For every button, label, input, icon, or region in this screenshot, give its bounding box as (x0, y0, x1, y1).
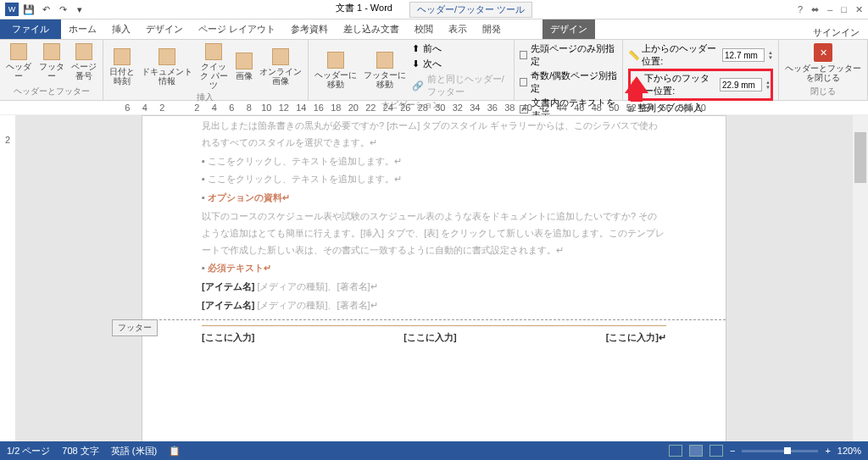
body-text[interactable]: [アイテム名] [メディアの種類]、[著者名]↵ (202, 297, 666, 314)
title-bar: W 💾 ↶ ↷ ▾ 文書 1 - Word ヘッダー/フッター ツール ? ⬌ … (0, 0, 868, 19)
body-bullet[interactable]: ここをクリックし、テキストを追加します。↵ (202, 153, 666, 170)
previous-button[interactable]: ⬆前へ (410, 42, 510, 56)
word-icon: W (5, 3, 19, 16)
date-time-button[interactable]: 日付と 時刻 (107, 42, 137, 91)
diff-odd-even-checkbox[interactable]: 奇数/偶数ページ別指定 (518, 69, 619, 96)
view-web-icon[interactable] (709, 445, 723, 457)
sign-in-link[interactable]: サインイン (813, 26, 860, 39)
document-title: 文書 1 - Word (336, 2, 392, 18)
group-navigation: ヘッダーに 移動 フッターに 移動 ⬆前へ ⬇次へ 🔗前と同じヘッダー/フッター… (309, 40, 515, 100)
minimize-icon[interactable]: – (827, 4, 832, 15)
footer-rule (202, 325, 666, 326)
qat-dropdown-icon[interactable]: ▾ (73, 3, 86, 16)
close-hf-button[interactable]: ✕ ヘッダーとフッター を閉じる (782, 42, 864, 84)
page-count[interactable]: 1/2 ページ (7, 445, 50, 457)
body-text[interactable]: 以下のコースのスケジュール表や試験のスケジュール表のような表をドキュメントに追加… (202, 208, 666, 258)
language[interactable]: 英語 (米国) (111, 445, 157, 457)
ribbon-tabs: ファイル ホーム 挿入 デザイン ページ レイアウト 参考資料 差し込み文書 校… (0, 19, 868, 40)
word-count[interactable]: 708 文字 (62, 445, 98, 457)
page-number-button[interactable]: ページ 番号 (69, 42, 99, 82)
tab-review[interactable]: 校閲 (407, 19, 441, 39)
group-label: ヘッダーとフッター (3, 86, 99, 98)
footer-right[interactable]: [ここに入力]↵ (606, 331, 666, 344)
maximize-icon[interactable]: □ (841, 4, 847, 15)
macro-icon[interactable]: 📋 (169, 446, 181, 457)
status-bar: 1/2 ページ 708 文字 英語 (米国) 📋 − + 120% (0, 441, 868, 460)
ribbon: ヘッダー フッター ページ 番号 ヘッダーとフッター 日付と 時刻 ドキュメント… (0, 40, 868, 101)
zoom-in-icon[interactable]: + (825, 446, 830, 456)
section-heading[interactable]: オプションの資料↵ (202, 190, 666, 207)
tab-developer[interactable]: 開発 (475, 19, 509, 39)
spinner-icon[interactable]: ▲▼ (768, 50, 773, 60)
tab-view[interactable]: 表示 (441, 19, 475, 39)
body-text[interactable]: 見出しまたは箇条書きの黒丸が必要ですか? [ホーム] タブのスタイル ギャラリー… (202, 118, 666, 152)
redo-icon[interactable]: ↷ (56, 3, 70, 16)
footer-row[interactable]: [ここに入力] [ここに入力] [ここに入力]↵ (202, 331, 666, 344)
header-from-top: 📏上からのヘッダー位置: ▲▼ (628, 42, 773, 69)
tab-design[interactable]: デザイン (138, 19, 191, 39)
page[interactable]: 見出しまたは箇条書きの黒丸が必要ですか? [ホーム] タブのスタイル ギャラリー… (142, 115, 726, 441)
footer-center[interactable]: [ここに入力] (403, 331, 456, 344)
section-heading[interactable]: 必須テキスト↵ (202, 260, 666, 277)
zoom-slider[interactable] (742, 450, 818, 452)
group-insert: 日付と 時刻 ドキュメント 情報 クイック パーツ 画像 オンライン 画像 挿入 (103, 40, 308, 100)
group-header-footer: ヘッダー フッター ページ 番号 ヘッダーとフッター (0, 40, 103, 100)
online-pictures-button[interactable]: オンライン 画像 (257, 42, 304, 91)
goto-footer-button[interactable]: フッターに 移動 (361, 42, 409, 99)
tab-references[interactable]: 参考資料 (283, 19, 336, 39)
tab-insert[interactable]: 挿入 (104, 19, 138, 39)
annotation-arrow (625, 76, 648, 93)
footer-bottom-input[interactable] (720, 78, 762, 91)
quick-parts-button[interactable]: クイック パーツ (197, 42, 231, 91)
tab-home[interactable]: ホーム (61, 19, 104, 39)
view-print-icon[interactable] (689, 445, 703, 457)
doc-info-button[interactable]: ドキュメント 情報 (139, 42, 195, 91)
tab-file[interactable]: ファイル (0, 19, 61, 39)
zoom-out-icon[interactable]: − (730, 446, 735, 456)
vertical-scrollbar[interactable] (853, 115, 868, 441)
link-previous-button[interactable]: 🔗前と同じヘッダー/フッター (410, 72, 510, 99)
undo-icon[interactable]: ↶ (39, 3, 53, 16)
next-button[interactable]: ⬇次へ (410, 57, 510, 71)
help-icon[interactable]: ? (798, 4, 803, 15)
tab-hf-design[interactable]: デザイン (542, 19, 595, 39)
footer-separator (142, 319, 726, 320)
header-button[interactable]: ヘッダー (3, 42, 35, 82)
footer-from-bottom: 📏下からのフッター位置: ▲▼ (628, 69, 773, 101)
body-text[interactable]: [アイテム名] [メディアの種類]、[著者名]↵ (202, 279, 666, 296)
footer-button[interactable]: フッター (36, 42, 68, 82)
group-options: 先頭ページのみ別指定 奇数/偶数ページ別指定 文書内のテキストを表示 オプション (515, 40, 623, 100)
ribbon-options-icon[interactable]: ⬌ (811, 4, 819, 15)
document-area: 見出しまたは箇条書きの黒丸が必要ですか? [ホーム] タブのスタイル ギャラリー… (15, 115, 853, 441)
context-tab-title: ヘッダー/フッター ツール (409, 2, 532, 18)
view-read-icon[interactable] (669, 445, 682, 457)
group-label: 閉じる (782, 86, 864, 98)
spinner-icon[interactable]: ▲▼ (765, 80, 771, 90)
close-x-icon: ✕ (814, 43, 832, 62)
header-top-input[interactable] (722, 48, 765, 62)
pictures-button[interactable]: 画像 (233, 42, 255, 91)
vertical-ruler[interactable]: 2 (0, 115, 15, 193)
tab-mailings[interactable]: 差し込み文書 (336, 19, 407, 39)
zoom-level[interactable]: 120% (837, 446, 861, 456)
save-icon[interactable]: 💾 (22, 3, 36, 16)
group-close: ✕ ヘッダーとフッター を閉じる 閉じる (779, 40, 868, 100)
goto-header-button[interactable]: ヘッダーに 移動 (312, 42, 359, 99)
body-bullet[interactable]: ここをクリックし、テキストを追加します。↵ (202, 171, 666, 188)
quick-access-toolbar: W 💾 ↶ ↷ ▾ (0, 3, 86, 16)
tab-layout[interactable]: ページ レイアウト (191, 19, 283, 39)
footer-left[interactable]: [ここに入力] (202, 331, 254, 344)
close-icon[interactable]: ✕ (855, 4, 863, 15)
footer-tag[interactable]: フッター (112, 319, 158, 336)
window-controls: ? ⬌ – □ ✕ (798, 4, 863, 15)
diff-first-page-checkbox[interactable]: 先頭ページのみ別指定 (518, 42, 619, 69)
scrollbar-thumb[interactable] (854, 132, 866, 183)
